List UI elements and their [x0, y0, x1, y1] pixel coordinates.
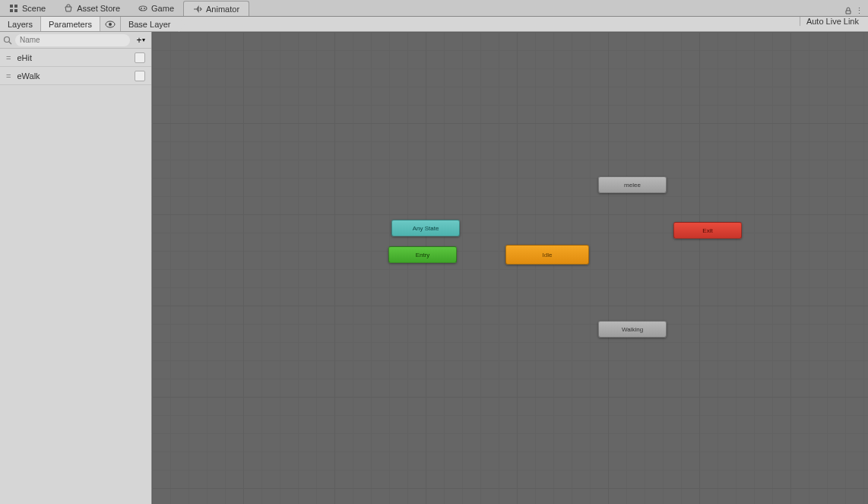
tab-game-label: Game	[151, 4, 174, 13]
window-tab-bar: Scene Asset Store Game Animator ⋮	[0, 0, 868, 17]
parameter-search-input[interactable]	[15, 34, 130, 46]
svg-rect-1	[14, 5, 17, 8]
parameter-name-label: eWalk	[17, 71, 128, 81]
node-label: Any State	[413, 225, 439, 232]
node-label: melee	[624, 182, 641, 189]
drag-handle-icon[interactable]: =	[6, 53, 11, 62]
svg-point-4	[139, 6, 147, 11]
animator-graph-canvas[interactable]: Any State Entry Idle melee Walking Exit	[152, 32, 868, 504]
svg-point-6	[144, 8, 145, 9]
parameters-label: Parameters	[49, 20, 92, 29]
tab-animator[interactable]: Animator	[183, 1, 249, 16]
sub-tab-parameters[interactable]: Parameters	[41, 17, 100, 31]
tab-scene-label: Scene	[22, 4, 46, 13]
chevron-down-icon: ▾	[142, 36, 145, 43]
tab-asset-store[interactable]: Asset Store	[55, 1, 129, 16]
context-menu-icon[interactable]: ⋮	[855, 6, 863, 16]
auto-live-link-button[interactable]: Auto Live Link	[800, 17, 865, 26]
parameter-search-row: + ▾	[0, 32, 151, 49]
game-icon	[138, 4, 147, 13]
tab-game[interactable]: Game	[129, 1, 183, 16]
parameter-row[interactable]: = eWalk	[0, 67, 151, 85]
parameter-name-label: eHit	[17, 53, 128, 62]
layers-label: Layers	[8, 20, 33, 29]
node-label: Idle	[543, 252, 553, 258]
state-node-any-state[interactable]: Any State	[391, 220, 460, 236]
scene-icon	[9, 4, 18, 13]
parameters-panel: + ▾ = eHit = eWalk	[0, 32, 152, 504]
animator-toolbar: Layers Parameters Base Layer Auto Live L…	[0, 17, 868, 32]
breadcrumb-base-layer[interactable]: Base Layer	[121, 17, 179, 31]
lock-icon[interactable]	[844, 7, 852, 16]
state-node-entry[interactable]: Entry	[388, 246, 457, 263]
svg-rect-3	[14, 9, 17, 12]
tab-scene[interactable]: Scene	[0, 1, 55, 16]
state-node-idle[interactable]: Idle	[505, 245, 589, 265]
tab-asset-store-label: Asset Store	[77, 4, 120, 13]
plus-icon: +	[136, 35, 141, 46]
tab-animator-label: Animator	[206, 5, 239, 14]
add-parameter-button[interactable]: + ▾	[133, 34, 148, 46]
animator-icon	[193, 5, 202, 14]
parameter-checkbox[interactable]	[135, 71, 145, 81]
auto-live-link-label: Auto Live Link	[806, 17, 859, 26]
svg-point-5	[141, 8, 142, 9]
parameter-checkbox[interactable]	[135, 52, 145, 63]
breadcrumb-label: Base Layer	[128, 20, 171, 29]
node-label: Exit	[702, 227, 712, 234]
asset-store-icon	[64, 4, 73, 13]
svg-line-10	[9, 42, 11, 44]
visibility-toggle[interactable]	[100, 17, 121, 31]
svg-rect-0	[10, 5, 13, 8]
drag-handle-icon[interactable]: =	[6, 71, 11, 81]
search-icon	[3, 36, 12, 45]
svg-point-9	[5, 36, 10, 42]
svg-point-8	[109, 23, 112, 26]
state-node-walking[interactable]: Walking	[598, 321, 667, 338]
state-node-exit[interactable]: Exit	[673, 222, 742, 239]
sub-tab-layers[interactable]: Layers	[0, 17, 41, 31]
node-label: Entry	[416, 252, 430, 258]
canvas-grid	[152, 32, 868, 504]
state-node-melee[interactable]: melee	[598, 176, 667, 193]
node-label: Walking	[622, 326, 643, 333]
parameter-row[interactable]: = eHit	[0, 49, 151, 67]
svg-rect-2	[10, 9, 13, 12]
